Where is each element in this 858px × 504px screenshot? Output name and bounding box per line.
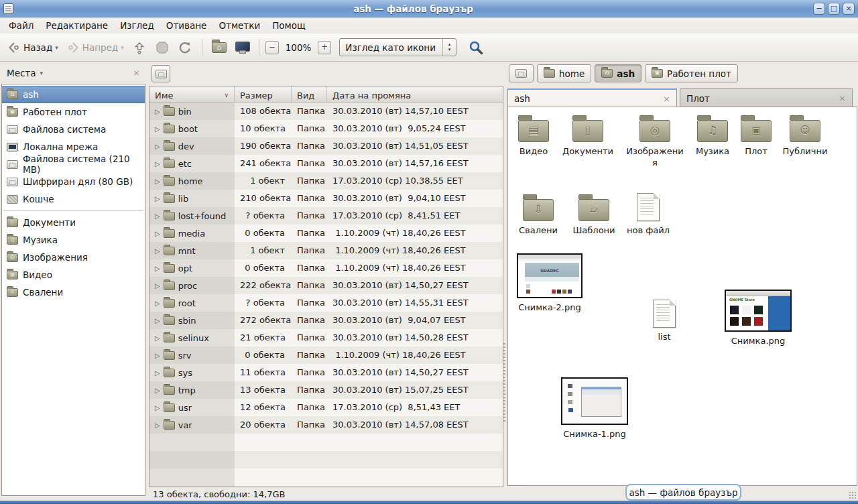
breadcrumb-button[interactable]: ash [595,64,641,82]
menu-item[interactable]: Редактиране [40,19,114,32]
sidebar-close-icon[interactable]: × [133,68,140,78]
table-row[interactable]: ▷ dev 190 обекта Папка 30.03.2010 (вт) 1… [149,137,503,155]
menu-item[interactable]: Изглед [114,19,160,32]
expander-icon[interactable]: ▷ [155,160,160,168]
breadcrumb-button[interactable]: Работен плот [645,64,738,82]
expander-icon[interactable]: ▷ [155,178,160,185]
sidebar-switch-chevron-icon[interactable]: ▾ [40,70,44,76]
sidebar-place-item[interactable]: Кошче [2,190,145,208]
breadcrumb-button[interactable]: home [537,64,591,82]
menu-item[interactable]: Отметки [212,19,266,32]
reload-button[interactable] [174,38,196,58]
file-icon-item[interactable]: Изображения [624,114,686,169]
table-row[interactable]: ▷ bin 108 обекта Папка 30.03.2010 (вт) 1… [149,103,503,120]
expander-icon[interactable]: ▷ [155,334,160,342]
file-icon-item[interactable]: Плот [736,114,776,158]
table-row[interactable]: ▷ usr 12 обекта Папка 17.03.2010 (ср) 8,… [149,399,503,416]
table-row[interactable]: ▷ mnt 1 обект Папка 1.10.2009 (чт) 18,40… [149,242,503,259]
file-icon-item[interactable]: list [643,300,686,343]
home-button[interactable] [208,40,230,56]
table-row[interactable]: ▷ sbin 272 обекта Папка 30.03.2010 (вт) … [149,312,503,329]
file-icon-item[interactable]: Снимка-1.png [559,377,630,440]
tab[interactable]: Плот × [680,88,853,107]
sidebar-bookmark-item[interactable]: Музика [2,231,145,249]
table-row[interactable]: ▷ sys 11 обекта Папка 30.03.2010 (вт) 14… [149,364,503,381]
sidebar-bookmark-item[interactable]: Документи [2,214,145,231]
resize-grip[interactable] [849,491,857,499]
file-icon-item[interactable]: GNOME Store Снимка.png [723,290,794,347]
expander-icon[interactable]: ▷ [155,230,160,237]
sidebar-place-item[interactable]: ash [2,86,145,103]
table-row[interactable]: ▷ proc 222 обекта Папка 30.03.2010 (вт) … [149,277,503,294]
table-row[interactable]: ▷ selinux 21 обекта Папка 30.03.2010 (вт… [149,329,503,346]
column-header-size[interactable]: Размер [235,86,292,102]
filesystem-root-button[interactable] [151,65,170,82]
expander-icon[interactable]: ▷ [155,125,160,133]
menu-item[interactable]: Файл [3,19,40,32]
tab[interactable]: ash × [507,88,677,107]
table-row[interactable]: ▷ lost+found ? обекта Папка 17.03.2010 (… [149,207,503,225]
sidebar-bookmark-item[interactable]: Свалени [2,284,145,301]
up-button[interactable] [129,38,150,58]
close-button[interactable]: × [843,3,855,15]
expander-icon[interactable]: ▷ [155,300,160,307]
expander-icon[interactable]: ▷ [155,143,160,150]
table-row[interactable]: ▷ lib 210 обекта Папка 30.03.2010 (вт) 9… [149,190,503,207]
expander-icon[interactable]: ▷ [155,352,160,359]
expander-icon[interactable]: ▷ [155,265,160,272]
pane-splitter[interactable] [501,62,507,487]
file-icon-item[interactable]: Публични [776,114,834,158]
titlebar[interactable]: ash — файлов браузър − □ × [0,0,858,17]
table-row[interactable]: ▷ root ? обекта Папка 30.03.2010 (вт) 14… [149,294,503,312]
table-row[interactable]: ▷ opt 0 обекта Папка 1.10.2009 (чт) 18,4… [149,259,503,277]
zoom-out-button[interactable]: − [265,41,279,54]
sidebar-title[interactable]: Места [7,68,36,78]
sidebar-place-item[interactable]: Шифриран дял (80 GB) [2,173,145,190]
view-mode-select[interactable]: Изглед като икони ▴▾ [339,38,456,56]
back-history-chevron-icon[interactable]: ▾ [55,44,58,51]
tab-close-icon[interactable]: × [663,94,670,104]
expander-icon[interactable]: ▷ [155,387,160,394]
table-row[interactable]: ▷ tmp 13 обекта Папка 30.03.2010 (вт) 15… [149,381,503,399]
breadcrumb-button[interactable] [509,64,534,82]
column-header-type[interactable]: Вид [292,86,327,102]
search-button[interactable] [465,37,487,58]
sidebar-bookmark-item[interactable]: Изображения [2,249,145,266]
expander-icon[interactable]: ▷ [155,369,160,377]
table-row[interactable]: ▷ etc 241 обекта Папка 30.03.2010 (вт) 1… [149,155,503,172]
stop-button[interactable] [151,38,173,58]
sidebar-bookmark-item[interactable]: Видео [2,266,145,284]
menu-item[interactable]: Отиване [160,19,213,32]
column-header-date[interactable]: Дата на промяна [327,86,503,102]
file-icon-item[interactable]: нов файл [621,193,675,237]
table-row[interactable]: ▷ media 0 обекта Папка 1.10.2009 (чт) 18… [149,225,503,242]
expander-icon[interactable]: ▷ [155,247,160,255]
sidebar-place-item[interactable]: Файлова система [2,121,145,138]
file-icon-item[interactable]: Документи [558,114,618,158]
table-row[interactable]: ▷ var 20 обекта Папка 30.03.2010 (вт) 14… [149,416,503,434]
expander-icon[interactable]: ▷ [155,422,160,429]
computer-button[interactable] [231,39,253,56]
file-icon-item[interactable]: Видео [511,114,556,158]
expander-icon[interactable]: ▷ [155,404,160,412]
file-icon-item[interactable]: Шаблони [567,193,621,237]
file-icon-item[interactable]: Свалени [513,193,564,237]
expander-icon[interactable]: ▷ [155,195,160,202]
zoom-in-button[interactable]: + [318,41,331,54]
table-row[interactable]: ▷ srv 0 обекта Папка 1.10.2009 (чт) 18,4… [149,346,503,364]
column-header-name[interactable]: Име ∨ [149,86,235,102]
maximize-button[interactable]: □ [828,3,840,15]
table-row[interactable]: ▷ boot 10 обекта Папка 30.03.2010 (вт) 9… [149,120,503,137]
expander-icon[interactable]: ▷ [155,282,160,290]
expander-icon[interactable]: ▷ [155,108,160,115]
file-icon-item[interactable]: GUADEC Снимка-2.png [515,253,585,314]
expander-icon[interactable]: ▷ [155,317,160,324]
table-row[interactable]: ▷ home 1 обект Папка 17.03.2010 (ср) 10,… [149,172,503,190]
expander-icon[interactable]: ▷ [155,212,160,220]
sidebar-place-item[interactable]: Работен плот [2,103,145,121]
back-button[interactable]: Назад ▾ [4,38,62,57]
minimize-button[interactable]: − [813,3,825,15]
menu-item[interactable]: Помощ [266,19,312,32]
file-icon-item[interactable]: Музика [688,114,737,158]
sidebar-place-item[interactable]: Файлова система (210 MB) [2,155,145,173]
